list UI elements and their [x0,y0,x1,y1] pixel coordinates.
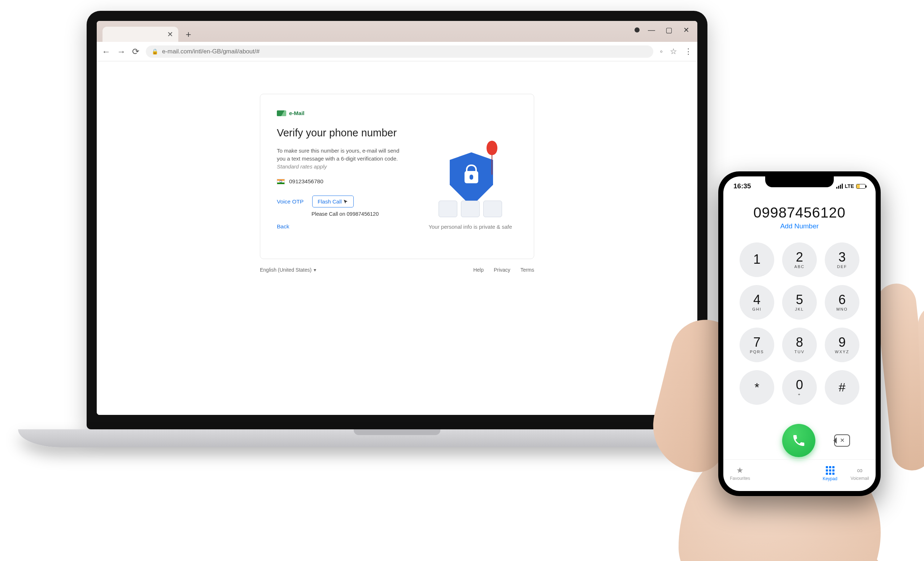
card-left: e-Mail Verify your phone number To make … [277,110,412,230]
desc-rates: Standard rates apply [277,163,327,169]
tab-favourites[interactable]: ★ Favourites [730,467,750,481]
key-digit: # [839,381,846,393]
menu-kebab-icon[interactable]: ⋮ [684,47,692,56]
key-0[interactable]: 0+ [782,370,817,405]
flash-call-tooltip: Please Call on 09987456120 [312,211,412,217]
battery-icon [856,184,866,188]
flash-call-button[interactable]: Flash Call [312,196,354,208]
privacy-message: Your personal info is private & safe [428,224,512,230]
window-controls: — ▢ ✕ [634,24,692,35]
shield-icon [450,152,493,206]
action-row: Voice OTP Flash Call [277,196,412,208]
key-1[interactable]: 1 [740,242,774,277]
browser-toolbar: ← → ⟳ 🔒 e-mail.com/intl/en-GB/gmail/abou… [97,42,698,61]
key-8[interactable]: 8TUV [782,328,817,362]
brand-icon [277,111,286,116]
key-digit: 5 [796,293,803,306]
lock-icon: 🔒 [152,48,159,55]
phone-number-text: 09123456780 [289,178,323,185]
bookmark-star-icon[interactable]: ☆ [670,47,677,56]
laptop-screen: ✕ + — ▢ ✕ ← → ⟳ 🔒 e-mail.com/intl/en-GB/… [97,21,698,415]
phone-row: 09123456780 [277,178,412,185]
key-letters: ABC [794,265,805,269]
key-2[interactable]: 2ABC [782,242,817,277]
reload-button[interactable]: ⟳ [132,46,140,57]
language-label: English (United States) [260,267,312,273]
key-digit: 2 [796,251,803,264]
address-bar[interactable]: 🔒 e-mail.com/intl/en-GB/gmail/about/# [146,45,653,58]
key-5[interactable]: 5JKL [782,285,817,320]
dial-action-row [723,424,876,457]
padlock-icon [465,171,478,183]
key-digit: 9 [838,336,846,349]
key-letters: GHI [752,307,762,311]
mini-card-icon [461,200,480,217]
mini-card-icon [483,200,502,217]
cursor-icon [343,199,348,204]
backspace-button[interactable] [834,434,850,447]
key-hash[interactable]: # [825,370,860,405]
url-text: e-mail.com/intl/en-GB/gmail/about/# [162,48,260,55]
footer-privacy-link[interactable]: Privacy [494,267,510,273]
minimize-button[interactable]: — [646,24,657,35]
key-3[interactable]: 3DEF [825,242,860,277]
key-star[interactable]: * [740,370,774,405]
key-6[interactable]: 6MNO [825,285,860,320]
status-right: LTE [836,183,866,189]
back-button[interactable]: ← [102,46,111,57]
keypad-grid-icon [826,466,834,475]
key-letters: TUV [794,350,804,354]
voicemail-icon: ∞ [857,467,862,474]
browser-tabstrip: ✕ + — ▢ ✕ [97,21,698,42]
mini-card-icon [438,200,457,217]
mobile-phone: 16:35 LTE 09987456120 Add Number 1 2ABC … [718,171,880,496]
key-letters: DEF [837,265,847,269]
laptop-base [18,429,776,447]
key-9[interactable]: 9WXYZ [825,328,860,362]
brand: e-Mail [277,110,412,116]
privacy-illustration [432,149,508,217]
account-dot-icon[interactable] [634,27,640,33]
card-title: Verify your phone number [277,127,412,139]
extension-icon[interactable]: ◦ [660,47,663,56]
key-letters: MNO [836,307,848,311]
footer-terms-link[interactable]: Terms [520,267,534,273]
call-button[interactable] [782,424,815,457]
browser-tab[interactable]: ✕ [102,27,178,42]
key-4[interactable]: 4GHI [740,285,774,320]
keypad: 1 2ABC 3DEF 4GHI 5JKL 6MNO 7PQRS 8TUV 9W… [723,239,876,420]
language-selector[interactable]: English (United States) ▾ [260,267,316,273]
new-tab-button[interactable]: + [182,28,195,41]
forward-button[interactable]: → [117,46,126,57]
toolbar-right: ◦ ☆ ⋮ [660,47,692,56]
laptop: ✕ + — ▢ ✕ ← → ⟳ 🔒 e-mail.com/intl/en-GB/… [18,11,776,462]
add-number-link[interactable]: Add Number [723,222,876,230]
key-digit: 0 [796,378,803,392]
key-letters: JKL [795,307,804,311]
flag-india-icon [277,179,285,184]
key-7[interactable]: 7PQRS [740,328,774,362]
brand-label: e-Mail [289,110,304,116]
verify-card: e-Mail Verify your phone number To make … [260,94,534,259]
key-digit: 4 [753,293,760,306]
laptop-hinge-notch [354,429,440,435]
tab-voicemail[interactable]: ∞ Voicemail [850,467,869,481]
close-tab-icon[interactable]: ✕ [167,30,173,39]
close-window-button[interactable]: ✕ [681,24,692,35]
back-link[interactable]: Back [277,223,289,229]
key-letters: PQRS [750,350,764,354]
footer-help-link[interactable]: Help [473,267,484,273]
status-time: 16:35 [734,182,751,190]
star-icon: ★ [736,467,744,474]
phone-tabbar: ★ Favourites 🕓 Recents 👤 Contacts Keypad… [723,459,876,491]
dialed-number: 09987456120 [723,205,876,221]
phone-notch [765,177,834,187]
voice-otp-link[interactable]: Voice OTP [277,198,303,205]
browser-page: e-Mail Verify your phone number To make … [97,61,698,415]
balloon-icon [486,141,497,155]
tab-label: Favourites [730,476,750,481]
key-digit: 3 [838,251,846,264]
footer-links: Help Privacy Terms [473,267,534,273]
maximize-button[interactable]: ▢ [663,24,674,35]
tab-keypad[interactable]: Keypad [823,466,837,481]
